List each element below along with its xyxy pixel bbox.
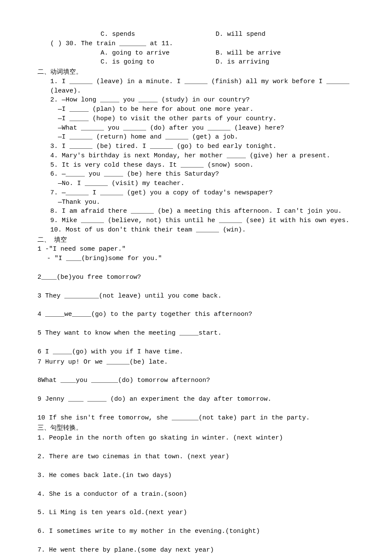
verb-fill-item-6b: —No. I ______ (visit) my teacher. bbox=[37, 179, 355, 188]
verb-fill-item-7b: —Thank you. bbox=[37, 198, 355, 207]
fill-item-7: 7 Hurry up! Or we ______(be) late. bbox=[37, 358, 355, 367]
fill-item-1b: - "I ____(bring)some for you." bbox=[37, 254, 355, 263]
verb-fill-item-2d: —What ______ you ______ (do) after you _… bbox=[37, 124, 355, 133]
section-sentence-transform-heading: 三、句型转换。 bbox=[37, 424, 355, 433]
fill-item-10: 10 If she isn't free tomorrow, she _____… bbox=[37, 413, 355, 423]
fill-item-4: 4 _____we_____(go) to the party together… bbox=[37, 310, 355, 319]
question-30-stem: ( ) 30. The train _______ at 11. bbox=[37, 39, 355, 49]
verb-fill-item-9: 9. Mike ______ (believe, not) this until… bbox=[37, 216, 355, 225]
fill-item-5: 5 They want to know when the meeting ___… bbox=[37, 329, 355, 338]
verb-fill-item-5: 5. It is very cold these days. It ______… bbox=[37, 161, 355, 170]
verb-fill-item-4: 4. Mary's birthday is next Monday, her m… bbox=[37, 151, 355, 161]
transform-item-6: 6. I sometimes write to my mother in the… bbox=[37, 527, 355, 536]
option-d-prev: D. will spend bbox=[216, 30, 265, 39]
fill-item-2: 2____(be)you free tomorrow? bbox=[37, 273, 355, 282]
transform-item-3: 3. He comes back late.(in two days) bbox=[37, 471, 355, 480]
verb-fill-item-7a: 7. —______ I ______ (get) you a copy of … bbox=[37, 188, 355, 198]
transform-item-1: 1. People in the north often go skating … bbox=[37, 434, 355, 443]
transform-item-7: 7. He went there by plane.(some day next… bbox=[37, 546, 355, 555]
option-a-q30: A. going to arrive bbox=[101, 49, 216, 58]
verb-fill-item-2c: —I _____ (hope) to visit the other parts… bbox=[37, 114, 355, 124]
prev-question-options-row1: C. spends D. will spend bbox=[37, 30, 355, 39]
verb-fill-item-10: 10. Most of us don't think their team __… bbox=[37, 225, 355, 235]
section-verb-fill-heading: 二、动词填空。 bbox=[37, 68, 355, 77]
verb-fill-item-2b: —I _____ (plan) to be here for about one… bbox=[37, 105, 355, 114]
fill-item-1a: 1 -"I need some paper." bbox=[37, 245, 355, 254]
verb-fill-item-2e: —I ______ (return) home and ______ (get)… bbox=[37, 133, 355, 142]
question-30-options-row2: C. is going to D. is arriving bbox=[37, 58, 355, 67]
transform-item-5: 5. Li Ming is ten years old.(next year) bbox=[37, 508, 355, 517]
option-d-q30: D. is arriving bbox=[216, 58, 269, 67]
fill-item-6: 6 I _____(go) with you if I have time. bbox=[37, 347, 355, 357]
verb-fill-item-8: 8. I am afraid there ______ (be) a meeti… bbox=[37, 207, 355, 216]
question-30-options-row1: A. going to arrive B. will be arrive bbox=[37, 49, 355, 58]
verb-fill-item-1: 1. I ______ (leave) in a minute. I _____… bbox=[37, 77, 355, 96]
option-b-q30: B. will be arrive bbox=[216, 49, 281, 58]
transform-item-2: 2. There are two cinemas in that town. (… bbox=[37, 452, 355, 462]
fill-item-9: 9 Jenny ____ _____ (do) an experiment th… bbox=[37, 395, 355, 404]
section-fill-blank-heading: 二、 填空 bbox=[37, 236, 355, 245]
verb-fill-item-6a: 6. —_____ you _____ (be) here this Satur… bbox=[37, 170, 355, 179]
verb-fill-item-2a: 2. —How long _____ you _____ (study) in … bbox=[37, 95, 355, 105]
option-c-prev: C. spends bbox=[101, 30, 216, 39]
fill-item-3: 3 They _________(not leave) until you co… bbox=[37, 292, 355, 301]
transform-item-4: 4. She is a conductor of a train.(soon) bbox=[37, 490, 355, 499]
option-c-q30: C. is going to bbox=[101, 58, 216, 67]
fill-item-8: 8What ____you _______(do) tomorrow after… bbox=[37, 376, 355, 385]
verb-fill-item-3: 3. I ______ (be) tired. I ______ (go) to… bbox=[37, 142, 355, 151]
